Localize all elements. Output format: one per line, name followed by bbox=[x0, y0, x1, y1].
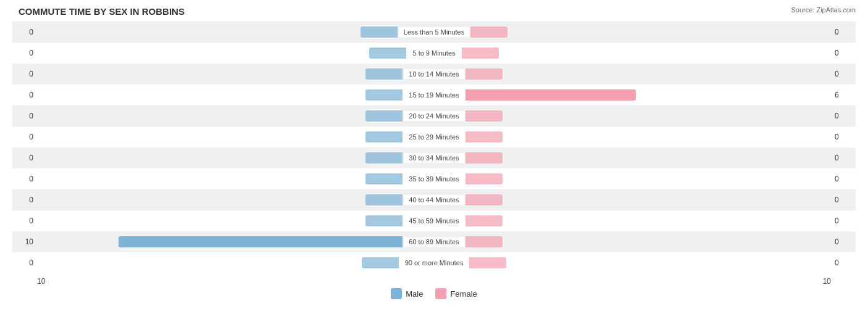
chart-container: COMMUTE TIME BY SEX IN ROBBINS Source: Z… bbox=[0, 0, 868, 322]
male-bar bbox=[369, 47, 406, 59]
row-label: 90 or more Minutes bbox=[400, 258, 469, 268]
female-bar bbox=[462, 47, 499, 59]
chart-title: COMMUTE TIME BY SEX IN ROBBINS bbox=[12, 6, 856, 17]
female-bar-container bbox=[464, 193, 831, 207]
row-label: Less than 5 Minutes bbox=[399, 27, 469, 37]
male-bar-container bbox=[37, 214, 404, 228]
axis-right: 10 bbox=[823, 277, 831, 286]
row-label: 45 to 59 Minutes bbox=[404, 216, 464, 226]
female-bar-container bbox=[464, 109, 831, 123]
female-bar-container bbox=[464, 172, 831, 186]
table-row: 1060 to 89 Minutes0 bbox=[12, 231, 856, 252]
male-value: 0 bbox=[12, 258, 37, 267]
table-row: 015 to 19 Minutes6 bbox=[12, 85, 856, 105]
male-value: 0 bbox=[12, 112, 37, 120]
female-bar-container bbox=[464, 67, 831, 81]
axis-left: 10 bbox=[37, 277, 45, 286]
table-row: 090 or more Minutes0 bbox=[12, 252, 856, 273]
male-value: 0 bbox=[12, 133, 37, 141]
female-bar bbox=[465, 131, 503, 142]
legend: Male Female bbox=[12, 288, 856, 299]
legend-male-label: Male bbox=[406, 289, 423, 299]
female-bar bbox=[465, 152, 503, 163]
female-value: 0 bbox=[831, 133, 856, 141]
male-bar-container bbox=[37, 172, 404, 186]
source-label: Source: ZipAtlas.com bbox=[791, 6, 856, 14]
row-label: 60 to 89 Minutes bbox=[404, 237, 464, 247]
legend-female-box bbox=[435, 288, 446, 299]
female-value: 0 bbox=[831, 112, 856, 120]
table-row: 030 to 34 Minutes0 bbox=[12, 147, 856, 168]
male-bar-container bbox=[37, 88, 404, 102]
row-label: 35 to 39 Minutes bbox=[404, 174, 464, 184]
male-value: 0 bbox=[12, 91, 37, 99]
male-bar bbox=[365, 131, 403, 142]
male-bar bbox=[365, 68, 403, 80]
male-bar-container bbox=[37, 235, 404, 249]
row-label: 10 to 14 Minutes bbox=[404, 69, 464, 79]
male-bar-container bbox=[37, 67, 404, 81]
female-bar-container bbox=[461, 46, 831, 60]
table-row: 05 to 9 Minutes0 bbox=[12, 43, 856, 64]
row-label: 25 to 29 Minutes bbox=[404, 132, 464, 142]
female-bar-container bbox=[468, 256, 831, 270]
male-bar bbox=[365, 89, 403, 101]
row-label: 20 to 24 Minutes bbox=[404, 111, 464, 121]
female-value: 0 bbox=[831, 196, 856, 204]
female-bar bbox=[465, 110, 503, 122]
female-value: 0 bbox=[831, 28, 856, 36]
female-bar bbox=[465, 236, 503, 247]
female-bar-container bbox=[464, 151, 831, 165]
female-bar bbox=[465, 194, 503, 205]
male-value: 0 bbox=[12, 175, 37, 183]
female-bar bbox=[465, 68, 503, 80]
male-bar-container bbox=[37, 256, 400, 270]
male-value: 0 bbox=[12, 49, 37, 57]
male-bar-container bbox=[37, 25, 399, 39]
female-bar bbox=[465, 89, 636, 101]
table-row: 045 to 59 Minutes0 bbox=[12, 210, 856, 231]
male-bar bbox=[365, 152, 403, 163]
table-row: 020 to 24 Minutes0 bbox=[12, 105, 856, 126]
row-label: 40 to 44 Minutes bbox=[404, 195, 464, 205]
male-bar-container bbox=[37, 130, 404, 144]
chart-area: 0Less than 5 Minutes005 to 9 Minutes0010… bbox=[12, 22, 856, 276]
male-bar bbox=[365, 173, 403, 184]
male-value: 0 bbox=[12, 28, 37, 36]
female-value: 0 bbox=[831, 175, 856, 183]
female-bar bbox=[470, 27, 507, 38]
male-bar bbox=[365, 110, 403, 122]
male-value: 10 bbox=[12, 237, 37, 246]
male-value: 0 bbox=[12, 70, 37, 78]
female-bar-container bbox=[464, 235, 831, 249]
female-value: 0 bbox=[831, 217, 856, 225]
table-row: 025 to 29 Minutes0 bbox=[12, 126, 856, 147]
female-bar-container bbox=[464, 88, 831, 102]
male-bar bbox=[365, 194, 403, 205]
legend-female-label: Female bbox=[450, 289, 477, 299]
male-bar-container bbox=[37, 46, 407, 60]
male-bar bbox=[361, 27, 398, 38]
female-value: 6 bbox=[831, 91, 856, 99]
legend-male-box bbox=[391, 288, 402, 299]
male-bar-container bbox=[37, 151, 404, 165]
table-row: 010 to 14 Minutes0 bbox=[12, 64, 856, 85]
legend-female-item: Female bbox=[435, 288, 477, 299]
table-row: 0Less than 5 Minutes0 bbox=[12, 22, 856, 43]
table-row: 035 to 39 Minutes0 bbox=[12, 168, 856, 189]
female-value: 0 bbox=[831, 154, 856, 162]
female-value: 0 bbox=[831, 49, 856, 57]
table-row: 040 to 44 Minutes0 bbox=[12, 189, 856, 210]
female-bar-container bbox=[469, 25, 831, 39]
male-bar-container bbox=[37, 193, 404, 207]
legend-male-item: Male bbox=[391, 288, 423, 299]
female-bar-container bbox=[464, 214, 831, 228]
male-bar bbox=[362, 257, 399, 268]
female-bar bbox=[469, 257, 506, 268]
male-bar-container bbox=[37, 109, 404, 123]
female-bar-container bbox=[464, 130, 831, 144]
row-label: 15 to 19 Minutes bbox=[404, 90, 464, 100]
male-value: 0 bbox=[12, 196, 37, 204]
row-label: 5 to 9 Minutes bbox=[407, 48, 460, 58]
male-bar bbox=[365, 215, 403, 226]
